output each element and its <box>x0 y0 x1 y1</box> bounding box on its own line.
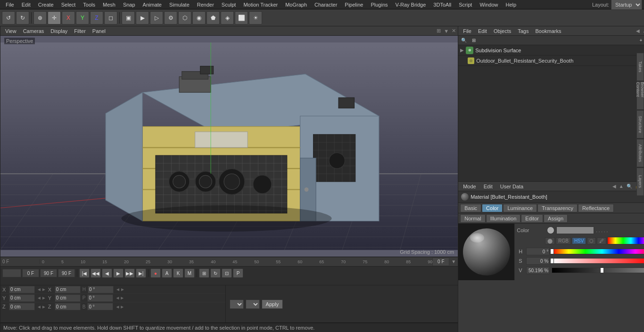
menu-character[interactable]: Character <box>311 1 341 8</box>
obj-filter-btn[interactable]: ⊞ <box>469 36 479 45</box>
coord-p-val[interactable] <box>87 294 113 302</box>
menu-file[interactable]: File <box>2 1 18 8</box>
hsv-h-input[interactable] <box>526 248 550 255</box>
layout-select[interactable]: Startup <box>611 0 642 10</box>
menu-mograph[interactable]: MoGraph <box>281 1 311 8</box>
tl-motion-clip[interactable]: M <box>184 268 195 278</box>
tl-play-back[interactable]: ◀ <box>102 268 112 278</box>
obj-item-subdivision[interactable]: ▶ ⊕ Subdivision Surface ✓ ● <box>458 45 644 56</box>
cam-persp-btn[interactable]: ⬡ <box>178 11 191 24</box>
menu-animate[interactable]: Animate <box>139 1 165 8</box>
cube-tool[interactable]: ◻ <box>104 11 117 24</box>
coord-z-size[interactable] <box>55 303 81 310</box>
side-tab-structure[interactable]: Structure <box>636 110 644 138</box>
attr-nav-back[interactable]: ◀ <box>612 184 616 189</box>
coord-x-pos[interactable] <box>9 286 35 293</box>
menu-3dtoall[interactable]: 3DToAll <box>429 1 455 8</box>
tl-play[interactable]: ▶ <box>113 268 124 278</box>
render-view-btn[interactable]: ▣ <box>122 11 135 24</box>
side-tab-attributes[interactable]: Attributes <box>636 139 644 167</box>
menu-simulate[interactable]: Simulate <box>165 1 193 8</box>
hsv-s-input[interactable] <box>526 257 550 265</box>
hsv-v-thumb[interactable] <box>600 267 604 273</box>
coord-z-pos[interactable] <box>9 303 35 310</box>
scale-tool-y[interactable]: Y <box>76 11 89 24</box>
attr-search[interactable]: 🔍 <box>627 184 632 189</box>
tab-basic[interactable]: Basic <box>460 204 481 212</box>
menu-sculpt[interactable]: Sculpt <box>218 1 240 8</box>
cam-right-btn[interactable]: ◈ <box>221 11 234 24</box>
format-circle-btn[interactable]: ⬤ <box>545 237 555 244</box>
menu-edit[interactable]: Edit <box>18 1 34 8</box>
tl-record[interactable]: ● <box>150 268 161 278</box>
side-tab-content-browser[interactable]: Content Browser <box>636 81 644 110</box>
hsv-v-track[interactable] <box>552 267 644 273</box>
coord-x-size[interactable] <box>55 286 81 293</box>
frame-current-input[interactable] <box>432 258 449 266</box>
menu-help[interactable]: Help <box>502 1 520 8</box>
tl-key-all[interactable]: K <box>173 268 183 278</box>
tab-illumination[interactable]: Illumination <box>486 214 521 223</box>
obj-menu-file[interactable]: File <box>460 27 474 35</box>
menu-select[interactable]: Select <box>58 1 80 8</box>
hsv-s-thumb[interactable] <box>550 258 554 264</box>
attr-menu-mode[interactable]: Mode <box>460 183 479 190</box>
viewport-menu-filter[interactable]: Filter <box>71 27 88 35</box>
obj-item-outdoor-booth[interactable]: ◎ Outdoor_Bullet_Resistant_Security_Boot… <box>458 56 644 66</box>
floor-btn[interactable]: ⬜ <box>235 11 248 24</box>
frame-start-input[interactable]: 0 F <box>2 269 21 277</box>
viewport-menu-panel[interactable]: Panel <box>90 27 108 35</box>
tab-normal[interactable]: Normal <box>460 214 485 223</box>
obj-panel-options[interactable]: ◀ <box>636 28 640 33</box>
render-btn[interactable]: ▶ <box>136 11 149 24</box>
menu-tools[interactable]: Tools <box>79 1 99 8</box>
obj-menu-tags[interactable]: Tags <box>515 27 531 35</box>
tab-transparency[interactable]: Transparency <box>537 204 578 212</box>
tab-reflectance[interactable]: Reflectance <box>578 204 614 212</box>
format-rgb-btn[interactable]: RGB <box>556 237 571 244</box>
obj-menu-bookmarks[interactable]: Bookmarks <box>532 27 564 35</box>
tl-next-frame[interactable]: ▶▶ <box>124 268 135 278</box>
viewport-menu-display[interactable]: Display <box>48 27 70 35</box>
render-settings-btn[interactable]: ⚙ <box>164 11 177 24</box>
obj-menu-objects[interactable]: Objects <box>491 27 514 35</box>
coord-y-size[interactable] <box>55 294 81 302</box>
menu-plugins[interactable]: Plugins <box>367 1 391 8</box>
side-tab-takes[interactable]: Takes <box>636 53 644 81</box>
tl-loop[interactable]: ↻ <box>210 268 221 278</box>
cam-top-btn[interactable]: ⬟ <box>206 11 220 24</box>
render-scene-btn[interactable]: ▷ <box>150 11 163 24</box>
menu-create[interactable]: Create <box>34 1 58 8</box>
viewport-maximize[interactable]: ⊞ <box>437 28 441 34</box>
attr-menu-edit[interactable]: Edit <box>481 183 495 190</box>
apply-button[interactable]: Apply <box>262 300 283 309</box>
move-tool[interactable]: ✛ <box>48 11 61 24</box>
frame-out-input[interactable] <box>40 269 57 277</box>
viewport-canvas[interactable]: Perspective <box>0 36 458 257</box>
hsv-h-track[interactable] <box>552 249 644 254</box>
format-eyedrop-btn[interactable]: 🖉 <box>597 237 606 244</box>
attr-nav-up[interactable]: ▲ <box>619 184 624 189</box>
tl-go-end[interactable]: ▶| <box>136 268 146 278</box>
viewport-close[interactable]: ✕ <box>452 28 456 34</box>
tl-go-start[interactable]: |◀ <box>79 268 90 278</box>
scale-tool-x[interactable]: X <box>62 11 75 24</box>
cam-front-btn[interactable]: ◉ <box>192 11 206 24</box>
light-btn[interactable]: ☀ <box>249 11 262 24</box>
tl-snap[interactable]: ⊞ <box>199 268 209 278</box>
select-tool[interactable]: ⊕ <box>33 11 47 24</box>
tab-editor[interactable]: Editor <box>521 214 543 223</box>
redo-button[interactable]: ↻ <box>16 11 29 24</box>
menu-render[interactable]: Render <box>193 1 218 8</box>
tl-auto-key[interactable]: A <box>162 268 172 278</box>
coord-b-val[interactable] <box>87 303 113 310</box>
menu-mesh[interactable]: Mesh <box>99 1 119 8</box>
menu-motion-tracker[interactable]: Motion Tracker <box>239 1 281 8</box>
viewport-options[interactable]: ▼ <box>444 28 449 34</box>
obj-search-btn[interactable]: 🔍 <box>459 36 469 45</box>
hsv-s-track[interactable] <box>552 258 644 264</box>
menu-snap[interactable]: Snap <box>119 1 139 8</box>
hsv-v-input[interactable] <box>526 267 550 274</box>
coord-y-pos[interactable] <box>9 294 35 302</box>
material-preview[interactable] <box>458 224 515 280</box>
